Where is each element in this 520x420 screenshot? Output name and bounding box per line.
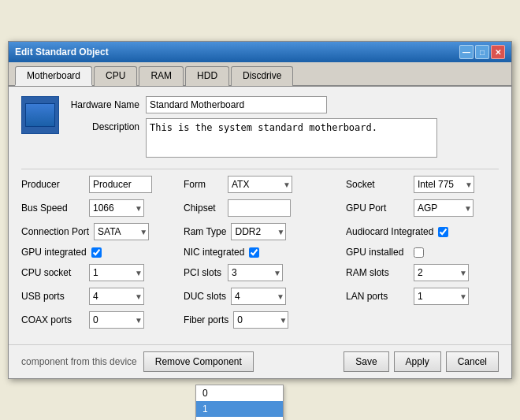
audiocard-cell: Audiocard Integrated bbox=[346, 223, 499, 240]
hardware-name-label: Hardware Name bbox=[69, 99, 139, 110]
duc-slots-label: DUC slots bbox=[184, 291, 226, 302]
usb-ports-cell: USB ports 0246 ▼ bbox=[21, 288, 174, 305]
form-select[interactable]: ATXMicro-ATXMini-ITX bbox=[228, 176, 292, 193]
title-bar-buttons: — □ ✕ bbox=[459, 45, 505, 59]
lan-ports-select[interactable]: 12 bbox=[414, 288, 469, 305]
gpu-installed-checkbox[interactable] bbox=[414, 247, 424, 258]
chipset-input[interactable] bbox=[228, 199, 291, 217]
fiber-ports-label: Fiber ports bbox=[184, 314, 228, 325]
usb-ports-label: USB ports bbox=[21, 291, 84, 302]
nic-integrated-label: NIC integrated bbox=[184, 247, 244, 258]
pci-slots-select-wrapper: 01234 ▼ bbox=[228, 264, 283, 281]
maximize-button[interactable]: □ bbox=[475, 45, 489, 59]
gpu-integrated-label: GPU integrated bbox=[21, 247, 87, 258]
coax-ports-label: COAX ports bbox=[21, 314, 84, 325]
description-textarea[interactable]: This is the system standard motherboard. bbox=[146, 118, 437, 158]
hardware-name-input[interactable] bbox=[146, 96, 327, 113]
bus-speed-select[interactable]: 80010661333 bbox=[89, 199, 144, 217]
form-grid: Producer Form ATXMicro-ATXMini-ITX ▼ Soc… bbox=[21, 176, 499, 329]
duc-slots-select[interactable]: 01234 bbox=[231, 288, 286, 305]
apply-button[interactable]: Apply bbox=[394, 351, 441, 372]
gpu-integrated-checkbox[interactable] bbox=[91, 247, 102, 258]
connection-port-cell: Connection Port SATAIDENVMe ▼ bbox=[21, 223, 174, 240]
tab-hdd[interactable]: HDD bbox=[185, 66, 229, 86]
close-button[interactable]: ✕ bbox=[491, 45, 505, 59]
tab-discdrive[interactable]: Discdrive bbox=[231, 66, 293, 86]
hardware-section: Hardware Name Description This is the sy… bbox=[21, 96, 499, 158]
ram-type-cell: Ram Type DDRDDR2DDR3DDR4 ▼ bbox=[184, 223, 336, 240]
form-select-wrapper: ATXMicro-ATXMini-ITX ▼ bbox=[228, 176, 292, 193]
form-cell: Form ATXMicro-ATXMini-ITX ▼ bbox=[184, 176, 336, 193]
tab-cpu[interactable]: CPU bbox=[94, 66, 137, 86]
remove-hint-text: component from this device bbox=[21, 356, 137, 367]
main-window: Edit Standard Object — □ ✕ Motherboard C… bbox=[8, 41, 512, 379]
connection-port-select[interactable]: SATAIDENVMe bbox=[94, 223, 149, 240]
motherboard-icon bbox=[25, 103, 55, 127]
lan-ports-select-wrapper: 12 ▼ bbox=[414, 288, 469, 305]
ram-slots-label: RAM slots bbox=[346, 267, 409, 278]
socket-select-wrapper: Intel 775AM3LGA1151 ▼ bbox=[414, 176, 474, 193]
save-button[interactable]: Save bbox=[344, 351, 388, 372]
remove-component-button[interactable]: Remove Component bbox=[143, 351, 254, 372]
coax-ports-select[interactable]: 012 bbox=[89, 311, 144, 329]
ram-type-select[interactable]: DDRDDR2DDR3DDR4 bbox=[231, 223, 286, 240]
bus-speed-label: Bus Speed bbox=[21, 203, 84, 214]
gpu-port-select[interactable]: AGPPCIe x16None bbox=[414, 199, 474, 217]
fiber-dropdown-overlay: 0 1 2 3 4 5 6 bbox=[195, 385, 284, 420]
pci-slots-select[interactable]: 01234 bbox=[228, 264, 283, 281]
cpu-socket-select-wrapper: 124 ▼ bbox=[89, 264, 144, 281]
tab-ram[interactable]: RAM bbox=[139, 66, 184, 86]
producer-label: Producer bbox=[21, 179, 84, 190]
fiber-ports-select-wrapper: 0 ▼ bbox=[233, 311, 288, 329]
ram-slots-cell: RAM slots 12468 ▼ bbox=[346, 264, 499, 281]
coax-ports-select-wrapper: 012 ▼ bbox=[89, 311, 144, 329]
ram-slots-select[interactable]: 12468 bbox=[414, 264, 469, 281]
fiber-option-2[interactable]: 2 bbox=[196, 417, 283, 420]
hardware-name-row: Hardware Name bbox=[69, 96, 499, 113]
bottom-bar: component from this device Remove Compon… bbox=[9, 344, 511, 378]
minimize-button[interactable]: — bbox=[459, 45, 474, 59]
usb-ports-select-wrapper: 0246 ▼ bbox=[89, 288, 144, 305]
gpu-port-cell: GPU Port AGPPCIe x16None ▼ bbox=[346, 199, 499, 217]
tab-motherboard[interactable]: Motherboard bbox=[15, 66, 92, 86]
cpu-socket-select[interactable]: 124 bbox=[89, 264, 144, 281]
description-row: Description This is the system standard … bbox=[69, 118, 499, 158]
usb-ports-select[interactable]: 0246 bbox=[89, 288, 144, 305]
gpu-port-select-wrapper: AGPPCIe x16None ▼ bbox=[414, 199, 474, 217]
pci-slots-cell: PCI slots 01234 ▼ bbox=[184, 264, 336, 281]
ram-type-label: Ram Type bbox=[184, 226, 226, 237]
pci-slots-label: PCI slots bbox=[184, 267, 223, 278]
fiber-ports-select[interactable]: 0 bbox=[233, 311, 288, 329]
connection-port-label: Connection Port bbox=[21, 226, 89, 237]
nic-integrated-cell: NIC integrated bbox=[184, 247, 336, 258]
fiber-ports-cell: Fiber ports 0 ▼ bbox=[184, 311, 336, 329]
fiber-option-0[interactable]: 0 bbox=[196, 385, 283, 401]
window-title: Edit Standard Object bbox=[15, 46, 109, 58]
socket-cell: Socket Intel 775AM3LGA1151 ▼ bbox=[346, 176, 499, 193]
socket-select[interactable]: Intel 775AM3LGA1151 bbox=[414, 176, 474, 193]
tab-bar: Motherboard CPU RAM HDD Discdrive bbox=[9, 62, 511, 87]
cpu-socket-cell: CPU socket 124 ▼ bbox=[21, 264, 174, 281]
audiocard-checkbox[interactable] bbox=[438, 227, 448, 237]
ram-type-select-wrapper: DDRDDR2DDR3DDR4 ▼ bbox=[231, 223, 286, 240]
coax-ports-cell: COAX ports 012 ▼ bbox=[21, 311, 174, 329]
cpu-socket-label: CPU socket bbox=[21, 267, 84, 278]
nic-integrated-checkbox[interactable] bbox=[249, 247, 259, 258]
socket-label: Socket bbox=[346, 179, 409, 190]
separator-1 bbox=[21, 169, 499, 169]
title-bar: Edit Standard Object — □ ✕ bbox=[9, 42, 511, 62]
hardware-icon bbox=[21, 96, 59, 134]
bus-speed-select-wrapper: 80010661333 ▼ bbox=[89, 199, 144, 217]
empty-cell-3 bbox=[346, 311, 499, 329]
cancel-button[interactable]: Cancel bbox=[446, 351, 499, 372]
lan-ports-label: LAN ports bbox=[346, 291, 409, 302]
tab-content: Hardware Name Description This is the sy… bbox=[9, 87, 511, 344]
fiber-option-1[interactable]: 1 bbox=[196, 401, 283, 417]
chipset-label: Chipset bbox=[184, 203, 223, 214]
gpu-installed-label: GPU installed bbox=[346, 247, 409, 258]
producer-input[interactable] bbox=[89, 176, 152, 193]
gpu-integrated-cell: GPU integrated bbox=[21, 247, 174, 258]
audiocard-label: Audiocard Integrated bbox=[346, 226, 433, 237]
connection-port-select-wrapper: SATAIDENVMe ▼ bbox=[94, 223, 149, 240]
bottom-left: component from this device Remove Compon… bbox=[21, 351, 254, 372]
